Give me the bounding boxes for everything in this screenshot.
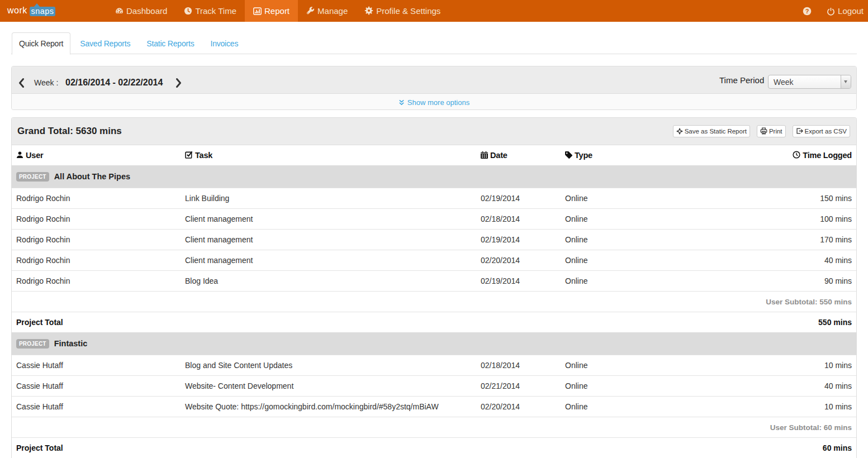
svg-text:?: ? [805,8,809,15]
